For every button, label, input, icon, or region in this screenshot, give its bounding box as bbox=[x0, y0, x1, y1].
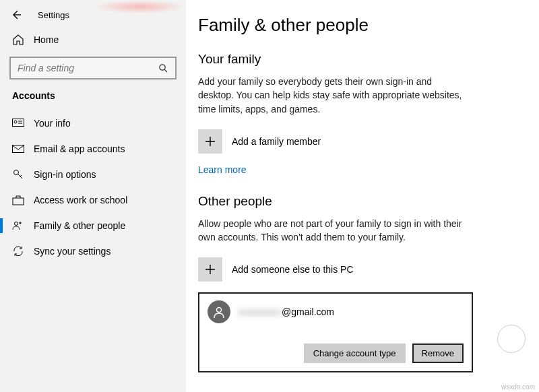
family-description: Add your family so everybody gets their … bbox=[198, 75, 468, 116]
sidebar-item-family[interactable]: Family & other people bbox=[0, 213, 186, 238]
arrow-left-icon bbox=[11, 9, 22, 20]
sidebar-item-work-school[interactable]: Access work or school bbox=[0, 187, 186, 213]
svg-point-4 bbox=[14, 170, 19, 175]
home-nav[interactable]: Home bbox=[0, 30, 186, 53]
sync-icon bbox=[12, 245, 24, 257]
nav-label: Access work or school bbox=[34, 195, 127, 205]
account-domain: @gmail.com bbox=[282, 306, 334, 317]
key-icon bbox=[12, 168, 24, 181]
other-heading: Other people bbox=[198, 194, 519, 209]
sidebar-item-sync[interactable]: Sync your settings bbox=[0, 238, 186, 264]
svg-rect-5 bbox=[13, 198, 24, 205]
sidebar-item-signin[interactable]: Sign-in options bbox=[0, 162, 186, 187]
sidebar-item-email[interactable]: Email & app accounts bbox=[0, 136, 186, 162]
sidebar: Settings Home Accounts Your info bbox=[0, 0, 186, 392]
plus-icon bbox=[198, 129, 222, 154]
nav-label: Sync your settings bbox=[34, 246, 110, 257]
learn-more-link[interactable]: Learn more bbox=[198, 164, 247, 175]
avatar bbox=[208, 300, 230, 323]
account-email: xxxxxxxx@gmail.com bbox=[239, 306, 334, 317]
svg-point-6 bbox=[15, 222, 18, 226]
search-box[interactable] bbox=[9, 57, 177, 79]
svg-rect-3 bbox=[13, 145, 24, 153]
home-icon bbox=[12, 34, 24, 46]
other-description: Allow people who are not part of your fa… bbox=[198, 217, 468, 244]
svg-point-2 bbox=[14, 121, 17, 123]
people-icon bbox=[12, 220, 24, 232]
search-icon bbox=[158, 63, 168, 73]
person-card-icon bbox=[12, 117, 24, 129]
main-content: Family & other people Your family Add yo… bbox=[186, 0, 539, 392]
family-heading: Your family bbox=[198, 52, 519, 67]
plus-icon bbox=[198, 257, 222, 282]
add-family-label: Add a family member bbox=[232, 136, 321, 147]
remove-button[interactable]: Remove bbox=[412, 344, 464, 363]
add-family-member[interactable]: Add a family member bbox=[198, 129, 519, 154]
svg-point-7 bbox=[217, 308, 222, 313]
nav-label: Family & other people bbox=[34, 220, 125, 231]
add-other-label: Add someone else to this PC bbox=[232, 264, 354, 275]
nav-list: Your info Email & app accounts Sign-in o… bbox=[0, 110, 186, 264]
page-title: Family & other people bbox=[198, 15, 519, 36]
nav-label: Sign-in options bbox=[34, 169, 96, 180]
back-button[interactable] bbox=[9, 8, 23, 22]
search-input[interactable] bbox=[18, 63, 158, 73]
mail-icon bbox=[12, 143, 24, 155]
svg-point-0 bbox=[160, 65, 165, 70]
help-fab[interactable] bbox=[497, 325, 526, 353]
change-account-type-button[interactable]: Change account type bbox=[304, 344, 406, 363]
home-label: Home bbox=[34, 34, 59, 45]
section-label: Accounts bbox=[0, 89, 186, 110]
app-title: Settings bbox=[38, 10, 69, 20]
sidebar-item-your-info[interactable]: Your info bbox=[0, 110, 186, 136]
nav-label: Your info bbox=[34, 118, 71, 129]
nav-label: Email & app accounts bbox=[34, 143, 125, 154]
account-name-hidden: xxxxxxxx bbox=[239, 306, 282, 317]
watermark: wsxdn.com bbox=[501, 383, 535, 391]
add-other-user[interactable]: Add someone else to this PC bbox=[198, 257, 519, 282]
account-card: xxxxxxxx@gmail.com Change account type R… bbox=[198, 292, 473, 372]
briefcase-icon bbox=[12, 194, 24, 206]
